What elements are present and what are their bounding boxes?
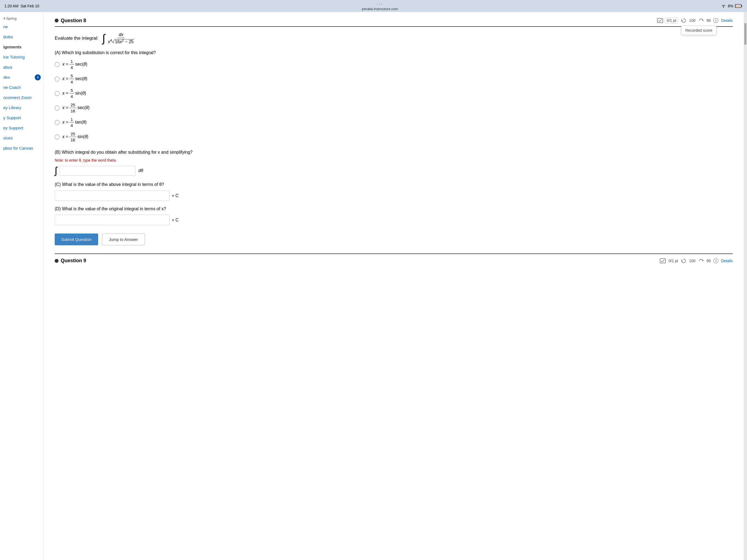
- radio-25/16-sec[interactable]: [55, 105, 60, 110]
- button-row: Submit Question Jump to Answer: [55, 233, 733, 245]
- refresh-icon[interactable]: [698, 18, 704, 23]
- sidebar-item-vices[interactable]: vices: [0, 133, 44, 143]
- label-1/4-sec: x = 14 sec(θ): [62, 59, 87, 70]
- label-25/16-sec: x = 2516 sec(θ): [62, 103, 90, 113]
- question-header: Question 8 0/1 pt 100: [55, 18, 733, 27]
- question9-header: Question 9 0/1 pt 100 99 i: [55, 253, 733, 263]
- part-b-note: Note: to enter θ, type the word theta.: [55, 158, 733, 162]
- part-d-input-row: + C: [55, 215, 733, 225]
- status-time: 1:20 AM Sat Feb 10: [4, 4, 40, 8]
- integral-display: Evaluate the integral: ∫ dx x4√16x2 − 25: [55, 32, 733, 44]
- status-icons: 8% ⚡: [721, 4, 743, 8]
- wifi-icon: [721, 4, 726, 8]
- radio-5/4-sin[interactable]: [55, 91, 60, 96]
- q9-attempts: 100: [689, 259, 695, 263]
- sidebar-item-syllabus[interactable]: abus: [0, 62, 44, 72]
- recorded-score-tooltip: Recorded score: [681, 26, 716, 35]
- question9-number: Question 9: [61, 258, 86, 263]
- integral-sign: ∫: [102, 33, 105, 44]
- integral-label: Evaluate the integral:: [55, 35, 98, 41]
- question9-meta: 0/1 pt 100 99 i Details: [660, 258, 733, 263]
- score-box-icon-9: [660, 258, 666, 263]
- course-label: 4 Spring: [0, 14, 44, 22]
- label-5/4-sin: x = 54 sin(θ): [62, 88, 86, 99]
- svg-rect-3: [741, 5, 742, 7]
- part-c-input-row: + C: [55, 190, 733, 201]
- plus-c-label-c: + C: [172, 193, 179, 198]
- score-value: 0/1 pt: [665, 18, 678, 24]
- radio-25/16-sin[interactable]: [55, 134, 60, 139]
- dtheta-label: dθ: [138, 168, 143, 173]
- grades-badge: 4: [35, 74, 41, 80]
- sidebar-item-pbox[interactable]: pbox for Canvas: [0, 143, 44, 153]
- label-5/4-sec: x = 54 sec(θ): [62, 74, 87, 84]
- remaining-count: 99: [706, 18, 711, 23]
- jump-to-answer-button[interactable]: Jump to Answer: [102, 233, 145, 245]
- svg-rect-6: [660, 259, 666, 263]
- sidebar-item-tutoring[interactable]: ine Tutoring: [0, 52, 44, 62]
- integral-input-row: ∫ dθ: [55, 166, 733, 176]
- part-c-label: (C) What is the value of the above integ…: [55, 182, 733, 187]
- svg-rect-2: [735, 5, 736, 7]
- option-25/16-sec[interactable]: x = 2516 sec(θ): [55, 103, 733, 113]
- details-link-9[interactable]: Details: [721, 259, 733, 263]
- svg-rect-5: [657, 18, 663, 23]
- question-dot: [55, 19, 58, 22]
- submit-question-button[interactable]: Submit Question: [55, 233, 98, 245]
- part-c-input[interactable]: [55, 190, 170, 201]
- url-bar: peralta.instructure.com: [362, 7, 398, 11]
- battery-percentage: 8%: [728, 4, 733, 8]
- radio-1/4-sec[interactable]: [55, 62, 60, 67]
- integral-fraction: dx x4√16x2 − 25: [107, 32, 135, 44]
- scrollbar[interactable]: [744, 12, 747, 560]
- part-b-input[interactable]: [59, 166, 136, 176]
- sidebar-item-coach[interactable]: ne Coach: [0, 82, 44, 93]
- option-25/16-sin[interactable]: x = 2516 sin(θ): [55, 131, 733, 142]
- battery-icon: ⚡: [735, 4, 743, 8]
- q9-remaining: 99: [706, 259, 711, 263]
- part-a-label: (A) Which trig substitution is correct f…: [55, 50, 733, 55]
- menu-dots[interactable]: ···: [377, 1, 383, 7]
- refresh-icon-9[interactable]: [698, 258, 704, 263]
- question-title: Question 8: [55, 18, 86, 24]
- integral-sign-b: ∫: [55, 166, 57, 176]
- part-d-label: (D) What is the value of the original in…: [55, 206, 733, 211]
- details-link[interactable]: Details: [721, 18, 733, 23]
- label-1/4-tan: x = 14 tan(θ): [62, 117, 87, 128]
- sidebar-item-grades[interactable]: des 4: [0, 72, 44, 82]
- question9-dot: [55, 259, 58, 263]
- option-5/4-sec[interactable]: x = 54 sec(θ): [55, 74, 733, 84]
- svg-point-0: [723, 7, 724, 8]
- fraction-denominator: x4√16x2 − 25: [107, 38, 135, 44]
- sidebar-item-modules[interactable]: dules: [0, 32, 44, 42]
- option-5/4-sin[interactable]: x = 54 sin(θ): [55, 88, 733, 99]
- score-box-icon: [657, 18, 663, 23]
- question-number: Question 8: [61, 18, 86, 24]
- main-layout: 4 Spring ne dules ignments ine Tutoring …: [0, 12, 747, 560]
- label-25/16-sin: x = 2516 sin(θ): [62, 131, 88, 142]
- history-icon-9[interactable]: [681, 258, 686, 263]
- fraction-numerator: dx: [118, 32, 124, 38]
- scrollbar-thumb[interactable]: [744, 23, 746, 45]
- question-meta: 0/1 pt 100 99 i Details Recorded score: [657, 18, 733, 24]
- option-1/4-sec[interactable]: x = 14 sec(θ): [55, 59, 733, 70]
- sidebar-item-assignments[interactable]: ignments: [0, 42, 44, 52]
- sidebar-item-library[interactable]: ey Library: [0, 103, 44, 113]
- sidebar-item-zoom[interactable]: nconnect Zoom: [0, 93, 44, 103]
- history-icon[interactable]: [681, 18, 686, 23]
- sidebar-item-home[interactable]: ne: [0, 22, 44, 32]
- option-1/4-tan[interactable]: x = 14 tan(θ): [55, 117, 733, 128]
- info-icon-9[interactable]: i: [713, 258, 718, 263]
- info-icon[interactable]: i: [713, 18, 718, 23]
- part-b-label: (B) Which integral do you obtain after s…: [55, 150, 733, 155]
- sidebar-item-keysupport[interactable]: ey Support: [0, 123, 44, 133]
- radio-1/4-tan[interactable]: [55, 120, 60, 125]
- status-center: ··· peralta.instructure.com: [362, 1, 398, 11]
- sidebar: 4 Spring ne dules ignments ine Tutoring …: [0, 12, 44, 560]
- q9-score: 0/1 pt: [669, 259, 678, 263]
- main-content: Question 8 0/1 pt 100: [44, 12, 744, 560]
- radio-5/4-sec[interactable]: [55, 77, 60, 81]
- attempts-count: 100: [689, 18, 695, 23]
- part-d-input[interactable]: [55, 215, 170, 225]
- sidebar-item-support[interactable]: y Support: [0, 113, 44, 123]
